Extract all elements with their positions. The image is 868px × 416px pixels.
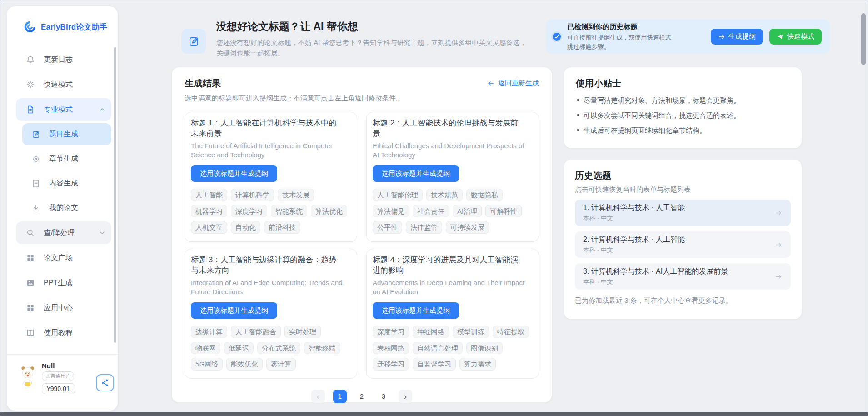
sidebar-item-paper-plaza[interactable]: 论文广场 (16, 246, 111, 269)
pagination-next-button[interactable]: › (399, 390, 412, 403)
user-level-badge: ☆普通用户 (42, 371, 74, 381)
page-scrollbar[interactable] (861, 13, 866, 65)
arrow-right-icon (775, 209, 783, 217)
sparkle-icon (26, 80, 35, 89)
history-item-1[interactable]: 1. 计算机科学与技术 · 人工智能 本科 · 中文 (575, 200, 791, 226)
title-cards-grid: 标题 1：人工智能在计算机科学与技术中的未来前景 The Future of A… (185, 112, 539, 379)
chevron-up-icon (99, 106, 106, 113)
check-circle-icon (551, 31, 562, 42)
sidebar-item-quick-mode[interactable]: 快速模式 (16, 73, 111, 96)
keyword-tag: 物联网 (191, 342, 220, 355)
keyword-tag: 边缘计算 (191, 326, 227, 338)
user-balance: ¥990.01 (42, 383, 75, 394)
pagination-page-1[interactable]: 1 (333, 390, 347, 403)
keyword-tag: 技术规范 (426, 189, 463, 201)
keyword-tag: AI治理 (453, 205, 482, 218)
title-card-english: The Future of Artificial Intelligence in… (191, 141, 345, 160)
arrow-right-icon (718, 33, 725, 40)
keyword-tags: 人工智能伦理 技术规范 数据隐私 算法偏见 社会责任 AI治理 可解释性 公平性… (373, 189, 533, 234)
keyword-tag: 法律监管 (406, 221, 442, 234)
keyword-tag: 模型训练 (453, 326, 489, 338)
notice-body: 可直接前往提纲生成，或使用快速模式跳过标题步骤。 (567, 33, 676, 51)
sidebar-item-label: 章节生成 (49, 154, 78, 164)
arrow-right-icon (775, 273, 783, 281)
paper-plane-icon (777, 33, 784, 40)
select-title-button[interactable]: 选用该标题并生成提纲 (373, 302, 459, 319)
results-panel: 生成结果 返回重新生成 选中满意的标题即可进入提纲生成；不满意可点击左上角返回修… (172, 67, 552, 402)
keyword-tag: 智能系统 (271, 205, 307, 218)
sidebar-item-title-generation[interactable]: 题目生成 (22, 123, 111, 145)
sidebar-scrollbar[interactable] (114, 47, 116, 343)
title-card-heading: 标题 4：深度学习的进展及其对人工智能演进的影响 (373, 255, 523, 276)
document-icon (26, 105, 35, 114)
history-item-meta: 本科 · 中文 (583, 278, 728, 286)
keyword-tag: 迁移学习 (373, 358, 409, 371)
sidebar-item-pro-mode[interactable]: 专业模式 (16, 98, 111, 121)
history-item-2[interactable]: 2. 计算机科学与技术 · 人工智能 本科 · 中文 (575, 231, 791, 258)
sidebar-item-label: 应用中心 (44, 303, 73, 313)
sidebar-item-changelog[interactable]: 更新日志 (16, 48, 111, 71)
keyword-tag: 自然语言处理 (413, 342, 463, 355)
keyword-tag: 社会责任 (413, 205, 449, 218)
keyword-tag: 技术发展 (278, 189, 314, 201)
sidebar-item-chapter-generation[interactable]: 章节生成 (22, 148, 111, 170)
search-icon (26, 228, 35, 237)
tips-panel: 使用小贴士 尽量写清楚研究对象、方法和场景，标题会更聚焦。 可以多次尝试不同关键… (564, 67, 802, 148)
app-title: EarlyBird论文助手 (41, 22, 107, 32)
keyword-tag: 人机交互 (191, 221, 227, 234)
sidebar: EarlyBird论文助手 更新日志 快速模式 专业模式 题目生成 章节生成 内… (7, 6, 118, 411)
sidebar-item-label: 更新日志 (44, 55, 73, 65)
quick-mode-button[interactable]: 快速模式 (769, 29, 822, 45)
sidebar-item-plagiarism[interactable]: 查/降处理 (16, 221, 111, 244)
sidebar-item-my-papers[interactable]: 我的论文 (22, 197, 111, 219)
keyword-tag: 算法优化 (311, 205, 347, 218)
pagination-page-3[interactable]: 3 (377, 390, 390, 403)
history-title: 历史选题 (575, 170, 791, 182)
keyword-tags: 人工智能 计算机科学 技术发展 机器学习 深度学习 智能系统 算法优化 人机交互… (191, 189, 351, 234)
history-item-meta: 本科 · 中文 (583, 214, 685, 222)
keyword-tag: 能效优化 (226, 358, 263, 371)
title-card-2: 标题 2：人工智能技术的伦理挑战与发展前景 Ethical Challenges… (366, 112, 539, 242)
grid-icon (26, 253, 35, 262)
keyword-tag: 深度学习 (231, 205, 267, 218)
back-regenerate-link[interactable]: 返回重新生成 (487, 79, 539, 88)
pagination-prev-button[interactable]: ‹ (311, 390, 325, 403)
history-subtitle: 点击可快速恢复当时的表单与标题列表 (575, 185, 791, 194)
keyword-tag: 自监督学习 (413, 358, 456, 371)
sidebar-item-label: PPT生成 (44, 278, 72, 288)
sidebar-item-ppt-generation[interactable]: PPT生成 (16, 271, 111, 294)
select-title-button[interactable]: 选用该标题并生成提纲 (191, 165, 277, 182)
title-card-english: Advancements in Deep Learning and Their … (373, 278, 527, 297)
sidebar-item-app-center[interactable]: 应用中心 (16, 296, 111, 319)
history-item-3[interactable]: 3. 计算机科学与技术 · AI人工智能的发展前景 本科 · 中文 (575, 263, 791, 290)
keyword-tag: 前沿科技 (264, 221, 300, 234)
history-item-title: 1. 计算机科学与技术 · 人工智能 (583, 203, 685, 213)
title-card-heading: 标题 3：人工智能与边缘计算的融合：趋势与未来方向 (191, 255, 341, 276)
user-name: Null (42, 362, 55, 370)
keyword-tag: 实时处理 (284, 326, 321, 338)
app-logo: EarlyBird论文助手 (7, 6, 118, 34)
title-card-4: 标题 4：深度学习的进展及其对人工智能演进的影响 Advancements in… (366, 249, 539, 379)
title-card-english: Integration of AI and Edge Computing: Tr… (191, 278, 345, 297)
select-title-button[interactable]: 选用该标题并生成提纲 (191, 302, 277, 319)
share-button[interactable] (96, 374, 114, 391)
keyword-tag: 分布式系统 (257, 342, 300, 355)
keyword-tag: 图像识别 (466, 342, 503, 355)
history-item-title: 3. 计算机科学与技术 · AI人工智能的发展前景 (583, 267, 728, 276)
sidebar-item-content-generation[interactable]: 内容生成 (22, 172, 111, 195)
title-card-1: 标题 1：人工智能在计算机科学与技术中的未来前景 The Future of A… (185, 112, 357, 242)
select-title-button[interactable]: 选用该标题并生成提纲 (373, 165, 459, 182)
keyword-tag: 计算机科学 (231, 189, 274, 201)
wave-logo-icon (23, 20, 37, 34)
pagination-page-2[interactable]: 2 (355, 390, 369, 403)
bell-icon (26, 55, 35, 64)
sidebar-item-tutorial[interactable]: 使用教程 (16, 321, 111, 344)
generate-outline-button[interactable]: 生成提纲 (711, 29, 763, 45)
sidebar-item-label: 我的论文 (49, 203, 78, 213)
keyword-tag: 自动化 (231, 221, 260, 234)
keyword-tag: 智能终端 (304, 342, 340, 355)
page-title: 没想好论文标题？让 AI 帮你想 (216, 20, 534, 34)
sidebar-item-label: 快速模式 (44, 80, 73, 90)
keyword-tag: 特征提取 (493, 326, 529, 338)
window-bottom-edge (0, 412, 868, 416)
